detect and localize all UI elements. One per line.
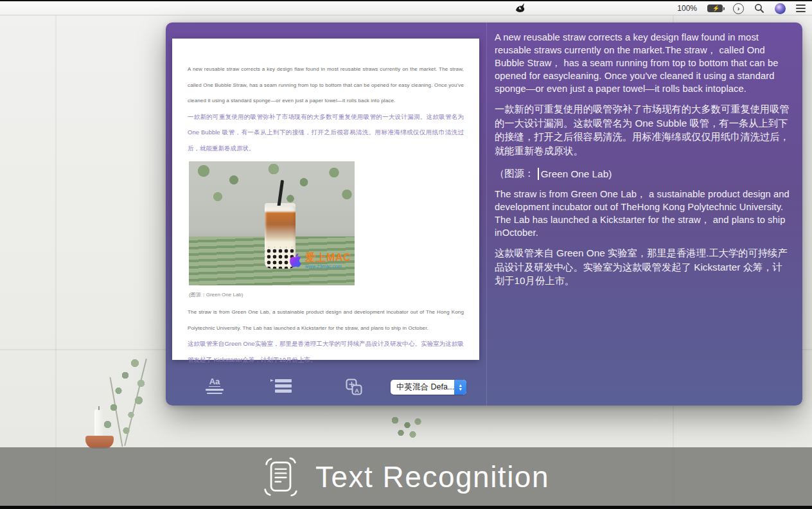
scan-document-icon [263, 456, 299, 497]
translate-button[interactable]: A [346, 379, 362, 395]
shelf-edge [802, 349, 812, 350]
window-toolbar: Aa A 中英混合 Defa... ▲▼ [166, 363, 802, 406]
doc-paragraph-zh-1: 一款新的可重复使用的吸管弥补了市场现有的大多数可重复使用吸管的一大设计漏洞。这款… [188, 109, 464, 157]
shelf-edge [0, 349, 166, 350]
siri-icon[interactable] [775, 3, 786, 14]
caption-suffix: Green One Lab) [541, 168, 612, 180]
circle-chevron-icon[interactable]: › [733, 3, 744, 14]
search-icon[interactable] [754, 3, 764, 13]
recognized-paragraph-en-1: A new reusable straw corrects a key desi… [495, 31, 792, 95]
text-cursor [538, 168, 539, 180]
paragraph-list-button[interactable] [275, 379, 292, 395]
doc-paragraph-en-1: A new reusable straw corrects a key desi… [188, 62, 464, 109]
source-document: A new reusable straw corrects a key desi… [172, 39, 479, 360]
apple-logo-icon [289, 253, 302, 268]
recognized-paragraph-zh-1: 一款新的可重复使用的吸管弥补了市场现有的大多数可重复使用吸管的一大设计漏洞。这款… [495, 102, 792, 157]
menu-bar: 100% ⚡ › [0, 0, 812, 15]
battery-charging-icon[interactable]: ⚡ [707, 4, 723, 12]
eucalyptus-plant [96, 357, 173, 447]
text-recognition-window: A new reusable straw corrects a key desi… [166, 22, 802, 406]
doc-image-caption: (图源：Green One Lab) [189, 291, 464, 298]
language-mode-value: 中英混合 Defa... [391, 382, 454, 393]
caption-prefix: （图源： [495, 167, 534, 181]
battery-percent-label: 100% [677, 4, 697, 13]
bubble-tea-photo: 爱上MAC www.23mac.com [189, 161, 355, 285]
select-stepper-icon: ▲▼ [454, 380, 466, 395]
recognized-text-pane[interactable]: A new reusable straw corrects a key desi… [486, 22, 802, 406]
screen-bottom-bar [0, 506, 812, 509]
svg-text:A: A [355, 388, 359, 394]
watermark-logo: 爱上MAC www.23mac.com [289, 253, 351, 269]
recognized-caption-line: （图源：Green One Lab) [495, 167, 792, 181]
wall-seam [55, 15, 57, 509]
app-menubar-bird-icon[interactable] [514, 2, 527, 13]
text-format-button[interactable]: Aa [206, 375, 224, 394]
notification-list-icon[interactable] [796, 4, 806, 12]
banner-title: Text Recognition [315, 460, 549, 494]
language-mode-select[interactable]: 中英混合 Defa... ▲▼ [391, 380, 466, 395]
doc-paragraph-en-2: The straw is from Green One Lab, a susta… [188, 305, 464, 336]
watermark-url: www.23mac.com [305, 264, 351, 269]
recognized-paragraph-en-2: The straw is from Green One Lab， a susta… [495, 188, 792, 239]
recognized-paragraph-zh-2: 这款吸管来自 Green One 实验室，那里是香港理.工大学的可持续产品设计及… [495, 246, 792, 288]
watermark-title: 爱上MAC [305, 253, 351, 263]
vase-plant [385, 416, 424, 447]
text-recognition-banner: Text Recognition [0, 447, 812, 506]
